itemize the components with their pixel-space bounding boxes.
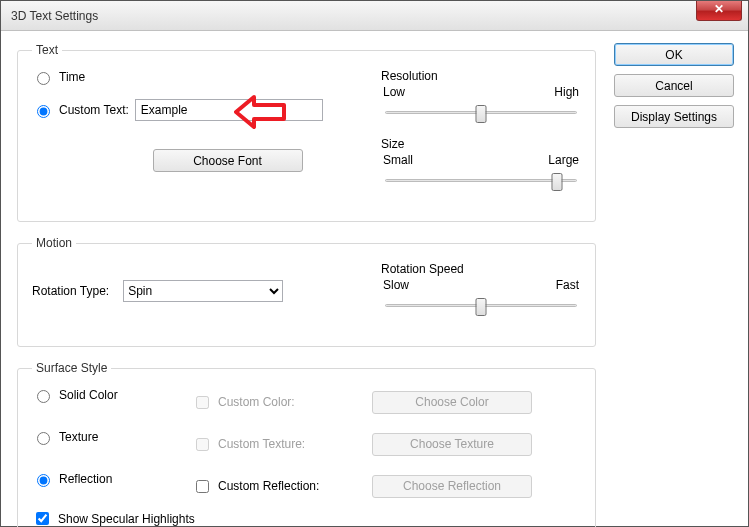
rotation-type-select[interactable]: Spin	[123, 280, 283, 302]
close-button[interactable]: ✕	[696, 1, 742, 21]
size-large-label: Large	[548, 153, 579, 167]
text-group: Text Time Custom Text: Choos	[17, 43, 596, 222]
size-small-label: Small	[383, 153, 413, 167]
custom-color-checkbox	[196, 396, 209, 409]
text-legend: Text	[32, 43, 62, 57]
ok-button[interactable]: OK	[614, 43, 734, 66]
texture-radio[interactable]	[37, 432, 50, 445]
size-label: Size	[381, 137, 581, 151]
rotation-type-label: Rotation Type:	[32, 284, 109, 298]
dialog-window: 3D Text Settings ✕ Text Time Custom Tex	[0, 0, 749, 527]
cancel-button[interactable]: Cancel	[614, 74, 734, 97]
resolution-low-label: Low	[383, 85, 405, 99]
titlebar: 3D Text Settings ✕	[1, 1, 748, 31]
custom-reflection-checkbox[interactable]	[196, 480, 209, 493]
custom-text-radio[interactable]	[37, 105, 50, 118]
display-settings-button[interactable]: Display Settings	[614, 105, 734, 128]
custom-color-label: Custom Color:	[218, 395, 295, 409]
solid-color-radio[interactable]	[37, 390, 50, 403]
custom-reflection-label: Custom Reflection:	[218, 479, 319, 493]
custom-text-label: Custom Text:	[59, 103, 129, 117]
show-specular-checkbox[interactable]	[36, 512, 49, 525]
speed-fast-label: Fast	[556, 278, 579, 292]
reflection-radio[interactable]	[37, 474, 50, 487]
custom-texture-label: Custom Texture:	[218, 437, 305, 451]
left-column: Text Time Custom Text: Choos	[15, 43, 598, 527]
content-area: Text Time Custom Text: Choos	[1, 31, 748, 527]
resolution-label: Resolution	[381, 69, 581, 83]
rotation-speed-slider[interactable]	[381, 294, 581, 316]
choose-texture-button: Choose Texture	[372, 433, 532, 456]
resolution-high-label: High	[554, 85, 579, 99]
time-label: Time	[59, 70, 85, 84]
window-title: 3D Text Settings	[11, 9, 98, 23]
close-icon: ✕	[714, 2, 724, 16]
choose-reflection-button: Choose Reflection	[372, 475, 532, 498]
time-radio[interactable]	[37, 72, 50, 85]
choose-color-button: Choose Color	[372, 391, 532, 414]
motion-legend: Motion	[32, 236, 76, 250]
texture-label: Texture	[59, 430, 98, 444]
custom-text-input[interactable]	[135, 99, 323, 121]
motion-group: Motion Rotation Type: Spin Rotation Spee…	[17, 236, 596, 347]
custom-texture-checkbox	[196, 438, 209, 451]
speed-slow-label: Slow	[383, 278, 409, 292]
right-column: OK Cancel Display Settings	[614, 43, 734, 527]
surface-group: Surface Style Solid Color Custom Color: …	[17, 361, 596, 527]
surface-legend: Surface Style	[32, 361, 111, 375]
resolution-slider[interactable]	[381, 101, 581, 123]
size-slider[interactable]	[381, 169, 581, 191]
reflection-label: Reflection	[59, 472, 112, 486]
show-specular-label: Show Specular Highlights	[58, 512, 195, 526]
choose-font-button[interactable]: Choose Font	[153, 149, 303, 172]
rotation-speed-label: Rotation Speed	[381, 262, 581, 276]
solid-color-label: Solid Color	[59, 388, 118, 402]
